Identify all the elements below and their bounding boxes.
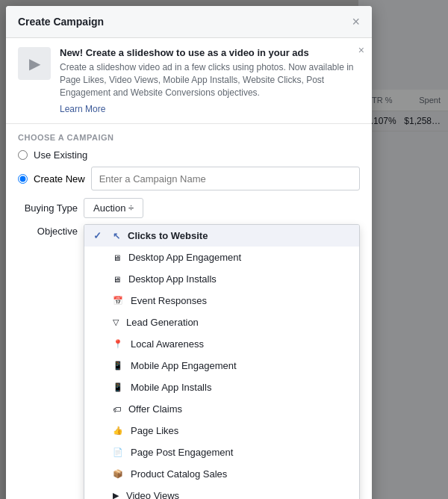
dropdown-item-label: Desktop App Installs	[128, 273, 217, 285]
promo-title: New! Create a slideshow to use as a vide…	[60, 47, 360, 58]
buying-type-value: Auction ÷	[93, 202, 134, 214]
dropdown-item-product-catalog-sales[interactable]: 📦 Product Catalog Sales	[84, 463, 359, 485]
dropdown-item-label: Video Views	[126, 490, 179, 499]
mobile-icon: 📱	[113, 361, 123, 371]
mobile-icon: 📱	[113, 382, 123, 392]
buying-type-dropdown[interactable]: Auction ÷	[84, 198, 143, 218]
modal-close-button[interactable]: ×	[352, 15, 360, 28]
buying-type-row: Buying Type Auction ÷	[18, 198, 360, 218]
dropdown-item-video-views[interactable]: ▶ Video Views	[84, 485, 359, 499]
promo-text: Create a slideshow video ad in a few cli…	[60, 61, 360, 99]
use-existing-label: Use Existing	[34, 149, 87, 161]
filter-icon: ▽	[113, 317, 119, 327]
dropdown-item-label: Mobile App Installs	[131, 382, 211, 393]
use-existing-radio[interactable]	[18, 150, 28, 160]
create-new-radio[interactable]	[18, 174, 28, 184]
campaign-name-input[interactable]	[91, 167, 360, 190]
objective-label: Objective	[18, 224, 78, 237]
pin-icon: 📍	[113, 339, 123, 349]
checkmark-icon: ✓	[93, 230, 105, 241]
dropdown-item-page-likes[interactable]: 👍 Page Likes	[84, 420, 359, 441]
modal-header: Create Campaign ×	[6, 6, 372, 38]
dropdown-item-clicks-to-website[interactable]: ✓ ↖ Clicks to Website	[84, 225, 359, 247]
dropdown-item-local-awareness[interactable]: 📍 Local Awareness	[84, 333, 359, 355]
buying-type-label: Buying Type	[18, 202, 78, 214]
objective-row: Objective ✓ ↖ Clicks to Website 🖥	[18, 224, 360, 499]
cursor-icon: ↖	[113, 231, 120, 241]
modal: Create Campaign × ▶ New! Create a slides…	[6, 6, 372, 499]
promo-banner: ▶ New! Create a slideshow to use as a vi…	[6, 38, 372, 124]
create-new-row: Create New	[18, 167, 360, 190]
campaign-section-label: Choose A Campaign	[18, 133, 360, 142]
tag-icon: 🏷	[113, 405, 121, 414]
modal-body: ▶ New! Create a slideshow to use as a vi…	[6, 38, 372, 499]
event-icon: 📅	[113, 296, 123, 306]
video-icon: ▶	[113, 491, 119, 499]
promo-close-button[interactable]: ×	[358, 44, 364, 56]
promo-video-icon: ▶	[18, 47, 51, 80]
dropdown-item-label: Page Post Engagement	[131, 447, 233, 458]
dropdown-item-label: Lead Generation	[126, 317, 199, 328]
page-icon: 📄	[113, 447, 123, 457]
modal-overlay: Create Campaign × ▶ New! Create a slides…	[0, 0, 448, 499]
dropdown-item-label: Event Responses	[131, 295, 207, 306]
desktop-icon: 🖥	[113, 275, 121, 284]
dropdown-item-desktop-app-installs[interactable]: 🖥 Desktop App Installs	[84, 268, 359, 290]
dropdown-item-label: Mobile App Engagement	[131, 360, 237, 371]
dropdown-item-label: Offer Claims	[128, 403, 182, 415]
objective-dropdown-container: ✓ ↖ Clicks to Website 🖥 Desktop App Enga…	[84, 224, 360, 499]
dropdown-item-label: Local Awareness	[131, 338, 204, 350]
dropdown-item-label: Desktop App Engagement	[128, 252, 241, 263]
dropdown-item-offer-claims[interactable]: 🏷 Offer Claims	[84, 398, 359, 420]
dropdown-item-label: Clicks to Website	[128, 230, 208, 241]
dropdown-item-lead-generation[interactable]: ▽ Lead Generation	[84, 312, 359, 333]
modal-title: Create Campaign	[18, 16, 104, 28]
objective-dropdown: ✓ ↖ Clicks to Website 🖥 Desktop App Enga…	[84, 224, 360, 499]
dropdown-item-label: Page Likes	[131, 425, 178, 436]
dropdown-item-desktop-app-engagement[interactable]: 🖥 Desktop App Engagement	[84, 247, 359, 268]
dropdown-item-page-post-engagement[interactable]: 📄 Page Post Engagement	[84, 441, 359, 463]
catalog-icon: 📦	[113, 469, 123, 479]
dropdown-item-label: Product Catalog Sales	[131, 468, 227, 480]
use-existing-row: Use Existing	[18, 149, 360, 161]
dropdown-item-mobile-app-installs[interactable]: 📱 Mobile App Installs	[84, 376, 359, 398]
thumb-icon: 👍	[113, 426, 123, 436]
dropdown-item-mobile-app-engagement[interactable]: 📱 Mobile App Engagement	[84, 355, 359, 376]
create-new-label: Create New	[34, 173, 85, 185]
campaign-section: Choose A Campaign Use Existing Create Ne…	[6, 124, 372, 499]
promo-learn-more-link[interactable]: Learn More	[60, 104, 105, 114]
desktop-icon: 🖥	[113, 253, 121, 262]
promo-content: New! Create a slideshow to use as a vide…	[60, 47, 360, 114]
dropdown-item-event-responses[interactable]: 📅 Event Responses	[84, 290, 359, 312]
